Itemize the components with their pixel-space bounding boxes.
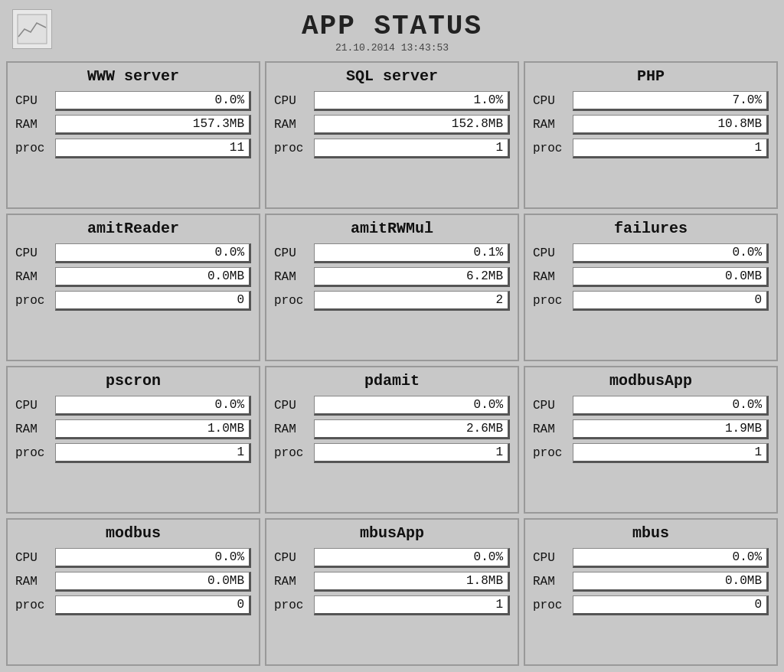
proc-value: 11 bbox=[55, 139, 251, 158]
ram-row: RAM 10.8MB bbox=[533, 115, 769, 135]
cpu-value: 0.0% bbox=[314, 548, 510, 568]
proc-row: proc 2 bbox=[274, 291, 510, 311]
cpu-row: CPU 0.1% bbox=[274, 243, 510, 263]
ram-value: 157.3MB bbox=[55, 115, 251, 135]
cpu-value: 7.0% bbox=[573, 91, 769, 111]
cpu-row: CPU 1.0% bbox=[274, 91, 510, 111]
server-card-amitrwmul: amitRWMul CPU 0.1% RAM 6.2MB proc 2 bbox=[265, 214, 519, 361]
ram-row: RAM 152.8MB bbox=[274, 115, 510, 135]
proc-row: proc 11 bbox=[15, 139, 251, 158]
header: APP STATUS 21.10.2014 13:43:53 bbox=[6, 6, 778, 61]
server-card-pdamit: pdamit CPU 0.0% RAM 2.6MB proc 1 bbox=[265, 366, 519, 514]
proc-label: proc bbox=[274, 446, 314, 460]
server-card-modbusapp: modbusApp CPU 0.0% RAM 1.9MB proc 1 bbox=[524, 366, 778, 514]
ram-row: RAM 0.0MB bbox=[15, 267, 251, 287]
logo-icon bbox=[17, 14, 47, 44]
logo-box bbox=[12, 9, 52, 49]
cpu-value: 1.0% bbox=[314, 91, 510, 111]
proc-value: 2 bbox=[314, 291, 510, 311]
cpu-value: 0.0% bbox=[573, 396, 769, 416]
cpu-label: CPU bbox=[15, 94, 55, 108]
proc-value: 1 bbox=[314, 443, 510, 463]
proc-label: proc bbox=[533, 142, 573, 155]
proc-label: proc bbox=[274, 599, 314, 612]
ram-value: 0.0MB bbox=[55, 572, 251, 592]
card-title: pscron bbox=[15, 372, 251, 390]
proc-value: 1 bbox=[314, 139, 510, 158]
server-card-mbusapp: mbusApp CPU 0.0% RAM 1.8MB proc 1 bbox=[265, 518, 519, 666]
cpu-row: CPU 0.0% bbox=[274, 396, 510, 416]
proc-label: proc bbox=[533, 446, 573, 460]
ram-label: RAM bbox=[15, 422, 55, 436]
ram-row: RAM 157.3MB bbox=[15, 115, 251, 135]
proc-row: proc 1 bbox=[15, 443, 251, 463]
card-title: modbus bbox=[15, 524, 251, 542]
proc-label: proc bbox=[15, 446, 55, 460]
ram-row: RAM 1.9MB bbox=[533, 419, 769, 439]
ram-value: 0.0MB bbox=[573, 572, 769, 592]
cpu-label: CPU bbox=[533, 551, 573, 565]
proc-label: proc bbox=[15, 142, 55, 155]
ram-label: RAM bbox=[274, 422, 314, 436]
card-title: PHP bbox=[533, 67, 769, 85]
proc-label: proc bbox=[15, 294, 55, 308]
cpu-row: CPU 0.0% bbox=[533, 243, 769, 263]
ram-row: RAM 1.8MB bbox=[274, 572, 510, 592]
proc-row: proc 1 bbox=[274, 139, 510, 158]
ram-value: 1.8MB bbox=[314, 572, 510, 592]
cpu-row: CPU 0.0% bbox=[15, 91, 251, 111]
ram-value: 10.8MB bbox=[573, 115, 769, 135]
cpu-label: CPU bbox=[533, 399, 573, 413]
cpu-label: CPU bbox=[274, 94, 314, 108]
proc-row: proc 1 bbox=[274, 595, 510, 615]
ram-value: 0.0MB bbox=[55, 267, 251, 287]
ram-value: 152.8MB bbox=[314, 115, 510, 135]
cpu-value: 0.1% bbox=[314, 243, 510, 263]
ram-label: RAM bbox=[533, 575, 573, 589]
ram-label: RAM bbox=[274, 575, 314, 589]
server-card-www-server: WWW server CPU 0.0% RAM 157.3MB proc 11 bbox=[6, 61, 260, 209]
cpu-label: CPU bbox=[533, 94, 573, 108]
card-title: mbusApp bbox=[274, 524, 510, 542]
proc-row: proc 1 bbox=[274, 443, 510, 463]
card-title: amitReader bbox=[15, 220, 251, 237]
server-card-mbus: mbus CPU 0.0% RAM 0.0MB proc 0 bbox=[524, 518, 778, 666]
server-card-failures: failures CPU 0.0% RAM 0.0MB proc 0 bbox=[524, 214, 778, 361]
proc-row: proc 1 bbox=[533, 139, 769, 158]
proc-row: proc 1 bbox=[533, 443, 769, 463]
card-title: modbusApp bbox=[533, 372, 769, 390]
cpu-value: 0.0% bbox=[573, 548, 769, 568]
cpu-row: CPU 0.0% bbox=[15, 396, 251, 416]
card-title: mbus bbox=[533, 524, 769, 542]
proc-value: 1 bbox=[55, 443, 251, 463]
proc-value: 1 bbox=[573, 139, 769, 158]
cpu-row: CPU 0.0% bbox=[533, 548, 769, 568]
card-title: failures bbox=[533, 220, 769, 237]
cpu-row: CPU 0.0% bbox=[15, 243, 251, 263]
ram-label: RAM bbox=[533, 422, 573, 436]
proc-label: proc bbox=[533, 599, 573, 612]
proc-label: proc bbox=[274, 294, 314, 308]
proc-value: 1 bbox=[314, 595, 510, 615]
cpu-row: CPU 0.0% bbox=[15, 548, 251, 568]
cpu-value: 0.0% bbox=[55, 91, 251, 111]
ram-value: 1.0MB bbox=[55, 419, 251, 439]
ram-value: 6.2MB bbox=[314, 267, 510, 287]
cpu-label: CPU bbox=[274, 551, 314, 565]
proc-label: proc bbox=[274, 142, 314, 155]
cpu-row: CPU 7.0% bbox=[533, 91, 769, 111]
card-title: amitRWMul bbox=[274, 220, 510, 237]
cpu-label: CPU bbox=[15, 399, 55, 413]
proc-label: proc bbox=[533, 294, 573, 308]
ram-value: 0.0MB bbox=[573, 267, 769, 287]
ram-value: 1.9MB bbox=[573, 419, 769, 439]
cpu-value: 0.0% bbox=[55, 396, 251, 416]
cpu-label: CPU bbox=[15, 246, 55, 260]
ram-label: RAM bbox=[274, 118, 314, 132]
proc-value: 0 bbox=[55, 291, 251, 311]
proc-row: proc 0 bbox=[533, 291, 769, 311]
proc-value: 0 bbox=[573, 291, 769, 311]
ram-row: RAM 0.0MB bbox=[533, 267, 769, 287]
ram-row: RAM 6.2MB bbox=[274, 267, 510, 287]
ram-row: RAM 0.0MB bbox=[15, 572, 251, 592]
